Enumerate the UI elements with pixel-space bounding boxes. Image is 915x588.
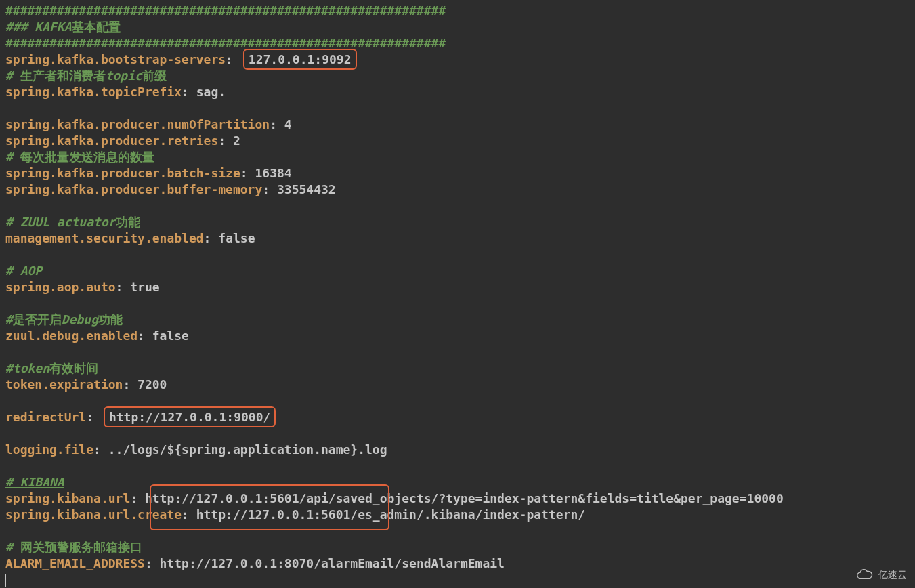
highlighted-value: http://127.0.0.1:9000/ bbox=[104, 406, 276, 427]
code-line: spring.kafka.producer.retries: 2 bbox=[5, 133, 910, 149]
code-line: spring.kafka.producer.numOfPartition: 4 bbox=[5, 117, 910, 133]
cloud-icon bbox=[855, 568, 874, 581]
property-value: http://127.0.0.1:5601/api/saved_objects/… bbox=[137, 491, 784, 505]
code-line: ########################################… bbox=[5, 3, 910, 19]
property-key: ALARM_EMAIL_ADDRESS bbox=[5, 556, 145, 570]
code-line: # ZUUL actuator功能 bbox=[5, 214, 910, 230]
code-line: spring.kafka.producer.buffer-memory: 335… bbox=[5, 182, 910, 198]
watermark-text: 亿速云 bbox=[878, 566, 907, 583]
code-line: logging.file: ../logs/${spring.applicati… bbox=[5, 442, 910, 458]
code-line: #token有效时间 bbox=[5, 360, 910, 377]
code-line: zuul.debug.enabled: false bbox=[5, 328, 910, 344]
watermark: 亿速云 bbox=[855, 566, 907, 583]
code-line: spring.kibana.url.create: http://127.0.0… bbox=[5, 507, 910, 523]
property-key: spring.kafka.topicPrefix bbox=[5, 85, 182, 99]
code-line: spring.kafka.topicPrefix: sag. bbox=[5, 84, 910, 100]
property-value: http://127.0.0.1:5601/es_admin/.kibana/i… bbox=[189, 507, 585, 522]
code-line: # 网关预警服务邮箱接口 bbox=[5, 539, 910, 555]
code-line: ########################################… bbox=[5, 35, 910, 51]
code-line: ALARM_EMAIL_ADDRESS: http://127.0.0.1:80… bbox=[5, 555, 910, 572]
property-value: ../logs/${spring.application.name}.log bbox=[101, 442, 387, 457]
code-line: #是否开启Debug功能 bbox=[5, 312, 910, 328]
property-key: spring.kibana.url.create bbox=[5, 507, 182, 522]
section-title: ### KAFKA bbox=[5, 20, 72, 34]
property-key: spring.kafka.producer.retries bbox=[5, 133, 218, 148]
property-value: 33554432 bbox=[270, 182, 336, 196]
property-value: 4 bbox=[277, 117, 292, 131]
section-divider: ########################################… bbox=[5, 3, 446, 18]
code-line bbox=[5, 425, 910, 442]
property-key: spring.aop.auto bbox=[5, 280, 116, 294]
code-line: spring.kafka.bootstrap-servers: 127.0.0.… bbox=[5, 51, 910, 68]
code-line: spring.kafka.producer.batch-size: 16384 bbox=[5, 165, 910, 182]
code-line bbox=[5, 198, 910, 214]
code-line bbox=[5, 100, 910, 117]
code-line bbox=[5, 458, 910, 474]
property-key: token.expiration bbox=[5, 377, 123, 392]
code-line: ### KAFKA基本配置 bbox=[5, 19, 910, 35]
code-line bbox=[5, 247, 910, 263]
property-key: management.security.enabled bbox=[5, 231, 204, 245]
highlighted-value: 127.0.0.1:9092 bbox=[243, 49, 357, 70]
code-line: management.security.enabled: false bbox=[5, 230, 910, 247]
property-value: 7200 bbox=[130, 377, 167, 392]
code-editor[interactable]: ########################################… bbox=[5, 3, 910, 588]
code-line bbox=[5, 572, 910, 588]
property-value: 16384 bbox=[248, 166, 292, 180]
code-line bbox=[5, 523, 910, 539]
code-line: # 生产者和消费者topic前缀 bbox=[5, 68, 910, 84]
code-line: spring.kibana.url: http://127.0.0.1:5601… bbox=[5, 490, 910, 507]
property-key: spring.kafka.producer.buffer-memory bbox=[5, 182, 262, 196]
code-line: redirectUrl: http://127.0.0.1:9000/ bbox=[5, 409, 910, 425]
property-key: redirectUrl bbox=[5, 410, 86, 424]
section-divider: ########################################… bbox=[5, 36, 446, 50]
property-key: spring.kafka.producer.batch-size bbox=[5, 166, 240, 180]
code-line bbox=[5, 344, 910, 360]
code-line: # 每次批量发送消息的数量 bbox=[5, 149, 910, 165]
property-key: spring.kibana.url bbox=[5, 491, 130, 505]
property-key: spring.kafka.bootstrap-servers bbox=[5, 52, 226, 66]
property-value: false bbox=[145, 329, 189, 343]
property-value: sag. bbox=[189, 85, 226, 99]
code-line: # KIBANA bbox=[5, 474, 910, 490]
text-cursor bbox=[5, 574, 6, 587]
property-key: logging.file bbox=[5, 442, 93, 457]
property-value: http://127.0.0.1:8070/alarmEmail/sendAla… bbox=[152, 556, 505, 570]
property-key: spring.kafka.producer.numOfPartition bbox=[5, 117, 270, 131]
code-line: # AOP bbox=[5, 263, 910, 279]
code-line: token.expiration: 7200 bbox=[5, 377, 910, 393]
property-value: false bbox=[211, 231, 255, 245]
code-line bbox=[5, 295, 910, 312]
code-line: spring.aop.auto: true bbox=[5, 279, 910, 295]
property-key: zuul.debug.enabled bbox=[5, 329, 137, 343]
property-value: 2 bbox=[226, 133, 240, 148]
property-value: true bbox=[123, 280, 159, 294]
